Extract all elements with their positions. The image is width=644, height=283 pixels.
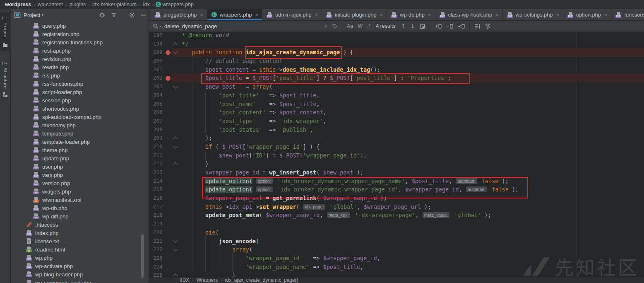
editor-line[interactable]: 215 update_option( option: 'idx_broker_d… [149, 185, 644, 194]
gutter[interactable]: 197 [149, 32, 172, 40]
breadcrumb-item[interactable]: idx [143, 2, 150, 7]
gutter[interactable]: 204 [149, 91, 172, 100]
status-breadcrumb-item[interactable]: Wrappers [197, 277, 218, 283]
method-breakpoint-icon[interactable] [164, 48, 172, 57]
toggle-in-selection-icon[interactable] [458, 24, 465, 29]
editor-tab-wp-db-php[interactable]: PHPwp-db.php× [387, 9, 435, 20]
breadcrumb-item[interactable]: wrappers.php [162, 2, 194, 7]
tree-item[interactable]: PHPvars.php [11, 171, 149, 179]
gutter[interactable]: 224 [149, 263, 172, 271]
tree-item[interactable]: PHPwp-blog-header.php [11, 270, 149, 278]
editor-tab-wrappers-php[interactable]: Cwrappers.php× [207, 9, 262, 20]
gutter[interactable]: 212 [149, 160, 172, 168]
tree-item[interactable]: PHPversion.php [11, 179, 149, 187]
gutter[interactable]: 208 [149, 126, 172, 134]
search-history-chevron-icon[interactable]: ▾ [159, 24, 161, 28]
breadcrumb-item[interactable]: wordpress [5, 2, 31, 7]
tree-item[interactable]: PHPregistration.php [11, 30, 149, 38]
gutter[interactable]: 203 [149, 82, 172, 91]
tree-item[interactable]: PHPrewrite.php [11, 63, 149, 71]
editor-line[interactable]: 214 update_option( option: 'idx_broker_d… [149, 177, 644, 186]
editor-line[interactable]: 220 die( [149, 228, 644, 237]
search-icon[interactable] [153, 23, 159, 29]
fold-marker-icon[interactable] [172, 271, 178, 277]
gutter[interactable]: 205 [149, 100, 172, 109]
gutter[interactable]: 198 [149, 40, 172, 48]
search-history-icon[interactable] [332, 24, 337, 29]
tree-item[interactable]: PHPuser.php [11, 162, 149, 171]
gutter[interactable]: 206 [149, 108, 172, 117]
editor-line[interactable]: 210 if ( $_POST['wrapper_page_id'] ) { [149, 143, 644, 151]
tree-item[interactable]: PHPrevision.php [11, 55, 149, 63]
editor-tab-pluggable-php[interactable]: PHPpluggable.php× [151, 9, 207, 20]
tree-item[interactable]: PHPtemplate.php [11, 129, 149, 138]
tab-close-icon[interactable]: × [495, 12, 499, 18]
tool-window-button-1-project[interactable]: 1: Project [0, 12, 11, 51]
gutter[interactable]: 217 [149, 203, 172, 211]
tab-close-icon[interactable]: × [604, 12, 608, 18]
tree-item[interactable]: PHPtaxonomy.php [11, 121, 149, 129]
tree-item[interactable]: PHPwp-activate.php [11, 262, 149, 270]
editor-line[interactable]: 224 'wrapper_page_name' => $post_title, [149, 263, 644, 271]
tree-item[interactable]: .htaccess [11, 220, 149, 229]
filter-search-results-icon[interactable] [474, 24, 481, 29]
search-input[interactable]: delete_dynamic_page [164, 23, 217, 29]
tree-item[interactable]: PHPsession.php [11, 96, 149, 104]
tree-item[interactable]: PHPregistration-functions.php [11, 38, 149, 46]
gutter[interactable]: 216 [149, 194, 172, 203]
gutter[interactable]: 210 [149, 143, 172, 151]
tree-item[interactable]: PHPrss-functions.php [11, 80, 149, 88]
tree-item[interactable]: PHPwp.php [11, 254, 149, 262]
gutter[interactable]: 211 [149, 151, 172, 160]
gutter[interactable]: 201 [149, 65, 172, 74]
tree-item[interactable]: PHPshortcodes.php [11, 104, 149, 113]
editor-line[interactable]: 207 'post_type' => 'idx-wrapper', [149, 117, 644, 126]
tree-item[interactable]: PHPtheme.php [11, 146, 149, 154]
remove-selection-icon[interactable] [446, 24, 453, 29]
editor-line[interactable]: 213 $wrapper_page_id = wp_insert_post( $… [149, 168, 644, 177]
gutter[interactable]: 214 [149, 177, 172, 186]
tool-window-button-7-structure[interactable]: 7: Structure [0, 58, 11, 101]
tree-item[interactable]: PHPwp-comments-post.php [11, 278, 149, 283]
tab-close-icon[interactable]: × [556, 12, 559, 18]
editor-line[interactable]: 208 'post_status' => 'publish', [149, 126, 644, 134]
fold-marker-icon[interactable] [172, 143, 178, 151]
settings-gear-icon[interactable] [129, 12, 135, 18]
fold-marker-icon[interactable] [172, 40, 178, 48]
tab-close-icon[interactable]: × [200, 12, 203, 18]
gutter[interactable]: 220 [149, 228, 172, 237]
tab-close-icon[interactable]: × [315, 12, 318, 18]
collapse-all-button[interactable] [111, 12, 117, 18]
clear-search-button[interactable]: × [324, 23, 327, 29]
editor-line[interactable]: 200 // default page content [149, 57, 644, 65]
editor-tab-wp-settings-php[interactable]: PHPwp-settings.php× [503, 9, 563, 20]
editor-line[interactable]: 223 'wrapper_page_id' => $wrapper_page_i… [149, 254, 644, 263]
editor-line[interactable]: 209 ); [149, 134, 644, 143]
tree-item[interactable]: Hreadme.html [11, 245, 149, 254]
line-breakpoint-icon[interactable] [164, 74, 172, 82]
editor-line[interactable]: 201 $post_content = $this->does_theme_in… [149, 65, 644, 74]
next-occurrence-button[interactable]: ↓ [410, 23, 415, 29]
editor-line[interactable]: 212 } [149, 160, 644, 168]
tree-item[interactable]: PHPrss.php [11, 71, 149, 80]
editor-line[interactable]: 221 json_encode( [149, 237, 644, 246]
tab-close-icon[interactable]: × [428, 12, 431, 18]
gutter[interactable]: 199 [149, 48, 172, 57]
gutter[interactable]: 219 [149, 220, 172, 228]
gutter[interactable]: 223 [149, 254, 172, 263]
fold-marker-icon[interactable] [172, 237, 178, 246]
editor-line[interactable]: 199 public function idx_ajax_create_dyna… [149, 48, 644, 57]
search-filter-funnel-icon[interactable] [485, 24, 492, 29]
whole-words-toggle[interactable]: W [358, 23, 363, 29]
gutter[interactable]: 209 [149, 134, 172, 143]
editor-tab-class-wp-hook-php[interactable]: PHPclass-wp-hook.php× [435, 9, 503, 20]
editor-line[interactable]: 222 array( [149, 245, 644, 254]
select-all-occurrences-icon[interactable] [420, 24, 425, 29]
editor-line[interactable]: 216 $wrapper_page_url = get_permalink( $… [149, 194, 644, 203]
gutter[interactable]: 207 [149, 117, 172, 126]
tree-item[interactable]: PHPupdate.php [11, 154, 149, 162]
editor-tab-initiate-plugin-php[interactable]: PHPinitiate-plugin.php× [322, 9, 387, 20]
gutter[interactable]: 200 [149, 57, 172, 65]
editor-line[interactable]: 204 'post_title' => $post_title, [149, 91, 644, 100]
fold-marker-icon[interactable] [172, 82, 178, 91]
